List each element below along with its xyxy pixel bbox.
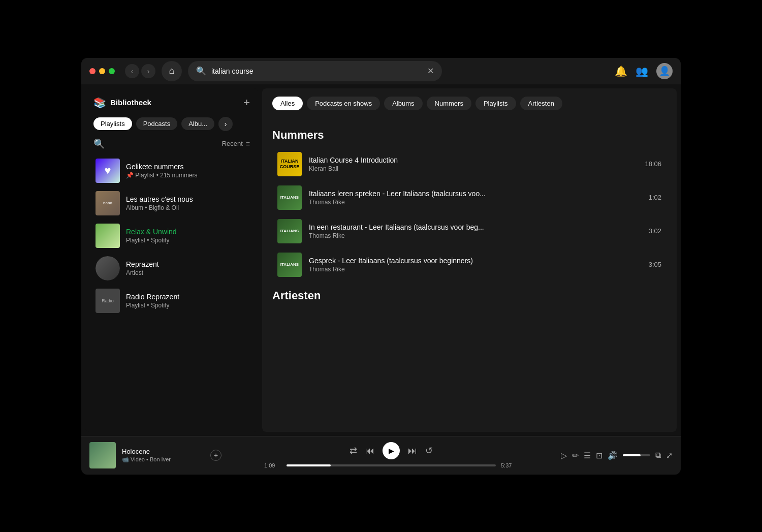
artiesten-section-title: Artiesten	[272, 289, 666, 302]
maximize-button[interactable]	[109, 68, 115, 74]
search-input[interactable]	[211, 67, 422, 75]
now-playing-title: Holocene	[122, 448, 204, 455]
fullscreen-button[interactable]: ⤢	[666, 451, 673, 460]
tab-playlists[interactable]: Playlists	[475, 97, 516, 110]
volume-button[interactable]: 🔊	[608, 451, 618, 460]
list-item[interactable]: Radio Radio Reprazent Playlist • Spotify	[87, 285, 256, 317]
item-info: Gelikete nummers 📌 Playlist • 215 nummer…	[126, 163, 248, 179]
player-thumbnail	[89, 442, 116, 468]
nummers-section-title: Nummers	[272, 129, 666, 142]
titlebar: ‹ › ⌂ 🔍 ✕ 🔔 👥 👤	[81, 58, 681, 84]
item-info: Les autres c'est nous Album • Bigflo & O…	[126, 195, 248, 211]
item-info: Relax & Unwind Playlist • Spotify	[126, 228, 248, 244]
add-library-button[interactable]: +	[243, 97, 250, 108]
track-name: Gesprek - Leer Italiaans (taalcursus voo…	[309, 257, 642, 265]
item-name: Relax & Unwind	[126, 228, 248, 236]
play-pause-button[interactable]: ▶	[383, 442, 400, 459]
item-subtitle: Artiest	[126, 269, 248, 276]
user-avatar[interactable]: 👤	[656, 63, 673, 79]
list-item[interactable]: Reprazent Artiest	[87, 252, 256, 285]
player-queue-button[interactable]: ☰	[584, 451, 591, 460]
track-info: Gesprek - Leer Italiaans (taalcursus voo…	[309, 257, 642, 273]
pip-button[interactable]: ⧉	[655, 451, 661, 460]
track-duration: 3:05	[649, 261, 661, 268]
item-name: Reprazent	[126, 260, 248, 268]
list-item[interactable]: ♥ Gelikete nummers 📌 Playlist • 215 numm…	[87, 154, 256, 187]
item-name: Radio Reprazent	[126, 293, 248, 301]
library-title: Bibliotheek	[110, 98, 239, 107]
track-artist: Thomas Rike	[309, 266, 642, 273]
item-subtitle: 📌 Playlist • 215 nummers	[126, 172, 248, 179]
table-row[interactable]: ITALIANS Gesprek - Leer Italiaans (taalc…	[272, 248, 666, 281]
friends-button[interactable]: 👥	[636, 65, 648, 77]
notifications-button[interactable]: 🔔	[615, 65, 627, 77]
player-track: Holocene 📹 Video • Bon Iver +	[89, 442, 221, 468]
track-name: Italian Course 4 Introduction	[309, 156, 638, 164]
library-items: ♥ Gelikete nummers 📌 Playlist • 215 numm…	[85, 152, 258, 432]
player-lyrics-button[interactable]: ✏	[572, 451, 579, 460]
progress-fill	[287, 464, 331, 466]
list-item[interactable]: Relax & Unwind Playlist • Spotify	[87, 220, 256, 252]
search-bar: 🔍 ✕	[188, 61, 442, 81]
player-devices-button[interactable]: ⊡	[596, 451, 602, 460]
tab-alles[interactable]: Alles	[272, 97, 303, 110]
item-name: Les autres c'est nous	[126, 195, 248, 203]
filter-more-button[interactable]: ›	[218, 117, 233, 131]
minimize-button[interactable]	[99, 68, 105, 74]
table-row[interactable]: ITALIANCOURSE Italian Course 4 Introduct…	[272, 148, 666, 180]
nav-buttons: ‹ ›	[125, 64, 155, 78]
repeat-button[interactable]: ↺	[425, 445, 433, 456]
forward-button[interactable]: ›	[141, 64, 155, 78]
close-button[interactable]	[89, 68, 96, 74]
sidebar-search-button[interactable]: 🔍	[93, 138, 105, 149]
track-duration: 18:06	[645, 160, 661, 168]
progress-bar[interactable]	[287, 464, 496, 466]
track-artist: Thomas Rike	[309, 199, 642, 206]
search-clear-button[interactable]: ✕	[427, 66, 434, 76]
track-info: In een restaurant - Leer Italiaans (taal…	[309, 223, 642, 239]
player-controls: ⇄ ⏮ ▶ ⏭ ↺ 1:09 5:37	[230, 442, 553, 468]
table-row[interactable]: ITALIANS In een restaurant - Leer Italia…	[272, 215, 666, 247]
list-item[interactable]: band Les autres c'est nous Album • Bigfl…	[87, 187, 256, 220]
app-window: ‹ › ⌂ 🔍 ✕ 🔔 👥 👤 📚 Bibliotheek + Playlist…	[81, 58, 681, 475]
item-subtitle: Playlist • Spotify	[126, 302, 248, 309]
filter-albums[interactable]: Albu...	[181, 117, 214, 130]
library-icon: 📚	[93, 97, 106, 109]
track-info: Italiaans leren spreken - Leer Italiaans…	[309, 190, 642, 206]
home-button[interactable]: ⌂	[162, 61, 182, 81]
time-total: 5:37	[501, 462, 518, 468]
item-name: Gelikete nummers	[126, 163, 248, 171]
time-current: 1:09	[264, 462, 281, 468]
progress-row: 1:09 5:37	[264, 462, 518, 468]
volume-fill	[623, 454, 641, 456]
player-video-button[interactable]: ▷	[561, 451, 567, 460]
content-scroll: Nummers ITALIANCOURSE Italian Course 4 I…	[262, 116, 677, 432]
track-artist: Kieran Ball	[309, 165, 638, 172]
volume-bar[interactable]	[623, 454, 650, 456]
filter-playlists[interactable]: Playlists	[93, 117, 132, 130]
track-duration: 3:02	[649, 227, 661, 235]
tab-albums[interactable]: Albums	[384, 97, 422, 110]
item-thumbnail	[96, 256, 120, 280]
shuffle-button[interactable]: ⇄	[350, 445, 357, 456]
track-list: ITALIANCOURSE Italian Course 4 Introduct…	[272, 148, 666, 281]
item-thumbnail: Radio	[96, 289, 120, 313]
item-info: Reprazent Artiest	[126, 260, 248, 276]
table-row[interactable]: ITALIANS Italiaans leren spreken - Leer …	[272, 181, 666, 214]
player-add-button[interactable]: +	[210, 450, 221, 461]
main-content: Alles Podcasts en shows Albums Nummers P…	[262, 88, 677, 432]
player-bar: Holocene 📹 Video • Bon Iver + ⇄ ⏮ ▶ ⏭ ↺ …	[81, 436, 681, 475]
filter-podcasts[interactable]: Podcasts	[136, 117, 177, 130]
tab-artiesten[interactable]: Artiesten	[520, 97, 562, 110]
track-info: Italian Course 4 Introduction Kieran Bal…	[309, 156, 638, 172]
back-button[interactable]: ‹	[125, 64, 139, 78]
player-track-info: Holocene 📹 Video • Bon Iver	[122, 448, 204, 463]
item-subtitle: Playlist • Spotify	[126, 237, 248, 244]
previous-button[interactable]: ⏮	[365, 446, 374, 456]
tab-podcasts[interactable]: Podcasts en shows	[307, 97, 380, 110]
next-button[interactable]: ⏭	[408, 446, 417, 456]
sidebar-recent-sort[interactable]: Recent ≡	[222, 140, 250, 148]
item-subtitle: Album • Bigflo & Oli	[126, 204, 248, 211]
tab-nummers[interactable]: Nummers	[427, 97, 471, 110]
main-layout: 📚 Bibliotheek + Playlists Podcasts Albu.…	[81, 84, 681, 436]
